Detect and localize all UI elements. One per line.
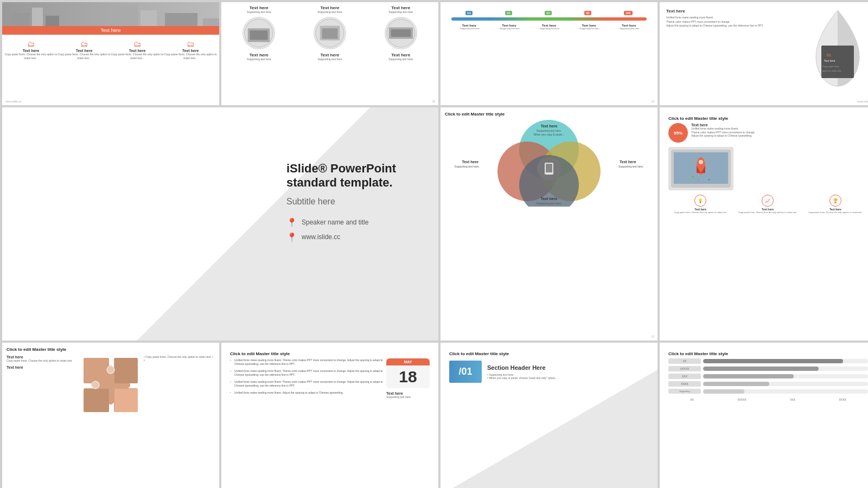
slide-main-website: www.islide.cc (302, 233, 340, 241)
slide10-bar-fill-0 (703, 359, 843, 363)
slide3-labels: Text here • Supporting text here Text he… (449, 24, 649, 30)
svg-rect-74 (114, 358, 138, 383)
slide1-icon-sub-1: Copy paste fonts. Choose the only option… (58, 53, 111, 60)
slide10-bar-fill-3 (703, 382, 769, 386)
slide-4: Text here Unified fonts make reading mor… (660, 2, 868, 105)
slide2-title-2: Text here Supporting text here (388, 5, 413, 14)
svg-text:Supporting text here.: Supporting text here. (618, 165, 643, 168)
slide-3: 1/1 2/1 3/1 9/1 10/1 Text here • Support… (441, 2, 658, 105)
slide2-footer: 16 (432, 100, 435, 103)
svg-point-77 (106, 381, 115, 389)
slide-9: Click to edit Master title style /01 Sec… (441, 343, 658, 488)
slide1-icon-sub-3: Copy paste fonts. Choose the only option… (164, 53, 217, 60)
svg-text:option to retain text.: option to retain text. (822, 69, 841, 72)
slide9-section-text: Section Header Here • Supporting text he… (487, 364, 556, 380)
slide10-bar-0: XX (668, 358, 868, 364)
slide2-circle-1 (314, 17, 346, 49)
slide10-bar-2: XXX (668, 374, 868, 379)
slide10-content: Click to edit Master title style XX XXXX… (664, 347, 868, 406)
slide8-layout: Unified fonts make reading more fluent. … (230, 358, 430, 399)
lightbulb-icon: 💡 (694, 195, 706, 207)
slide-7: Click to edit Master title style Text he… (2, 343, 219, 488)
slide5-venn-svg: Text here Supporting text here. When you… (445, 120, 653, 207)
slide4-footer: www.islide.cc (857, 100, 868, 103)
slide3-footer: 13 (651, 100, 654, 103)
slide4-layout: Text here Unified fonts make reading mor… (663, 5, 868, 102)
slide3-num-4: 10/1 (624, 11, 633, 15)
slide1-icon-2: 🗂 Text here Copy paste fonts. Choose the… (111, 39, 164, 60)
slide-main: PIZZA 2018 BUSINESS (2, 107, 438, 341)
slide2-labels: Text here Supporting text here Text here… (221, 52, 438, 62)
slide9-section-sub: • Supporting text here. • When you copy … (487, 373, 556, 380)
slide7-puzzle-area: Text here Copy paste fonts. Choose the o… (7, 355, 215, 415)
slide-6: Click to edit Master title style 95% Tex… (660, 107, 868, 341)
slide1-banner-text: Text here (2, 26, 219, 35)
slide8-content: Click to edit Master title style Unified… (226, 347, 434, 403)
slide9-content: Click to edit Master title style /01 Sec… (445, 347, 653, 387)
slide2-title-row: Text here Supporting text here Text here… (221, 2, 438, 15)
svg-text:Text here: Text here (620, 160, 636, 164)
svg-text:Text here: Text here (541, 124, 558, 128)
slide6-rocket-area: 95% Text here Unified fonts make reading… (668, 123, 868, 143)
svg-text:Text here: Text here (541, 197, 558, 201)
slide9-title: Click to edit Master title style (449, 351, 649, 356)
svg-point-70 (692, 176, 694, 178)
slide1-top-image: Text here (2, 2, 219, 35)
slide10-axis-labels: XX XXXXX XXX XXXX (668, 398, 868, 401)
slide9-num-badge: /01 (449, 361, 482, 383)
slide1-icon-sub-0: Copy paste fonts. Choose the only option… (4, 53, 58, 60)
slide1-icon-label-2: Text here (111, 49, 164, 53)
slide8-bullet-1: Unified fonts make reading more fluent. … (230, 369, 383, 377)
slide4-visual: 01 Text here Copy paste fonts... option … (808, 5, 868, 102)
slide1-icon-label-1: Text here (58, 49, 111, 53)
slide7-text-left: Text here Copy paste fonts. Choose the o… (7, 355, 78, 415)
slide-8: Click to edit Master title style Unified… (221, 343, 438, 488)
svg-point-69 (699, 160, 703, 164)
slide7-item-0: Text here Copy paste fonts. Choose the o… (7, 355, 78, 362)
slide8-text-title: Text here (386, 391, 430, 395)
svg-point-79 (92, 381, 99, 389)
slide3-label-1: Text here • Supporting text here (489, 24, 529, 30)
svg-text:Supporting text here.: Supporting text here. (537, 129, 561, 132)
slide8-bullet-3: Unified fonts make reading more fluent. … (230, 391, 383, 395)
slide2-label-0: Text here Supporting text here (247, 53, 271, 61)
slide10-bar-1: XXXXX (668, 366, 868, 371)
slide-main-subtitle: Subtitle here (286, 197, 427, 207)
slide6-illustration (668, 145, 868, 192)
slide2-title-0: Text here Supporting text here (247, 5, 271, 14)
slide8-right-col: MAY 18 Text here Supporting text here (386, 358, 430, 399)
slide6-tablet-svg (668, 147, 733, 190)
slide10-bar-4: Supporting (668, 389, 868, 394)
main-grid: Text here 🗂 Text here Copy paste fonts. … (0, 0, 868, 488)
slide6-icon-2: 🏆 Text here Copy paste fonts. Choose the… (808, 195, 862, 214)
slide6-percent-badge: 95% (668, 123, 688, 143)
slide10-bar-track-4 (703, 389, 868, 394)
slide3-num-0: 1/1 (465, 11, 473, 15)
svg-rect-73 (84, 358, 109, 383)
svg-text:Supporting text here.: Supporting text here. (537, 202, 561, 205)
slide3-num-row: 1/1 2/1 3/1 9/1 10/1 (449, 11, 649, 15)
svg-text:Supporting text here.: Supporting text here. (455, 165, 480, 168)
slide2-label-2: Text here Supporting text here (388, 53, 413, 61)
chart-icon: 📈 (762, 195, 774, 207)
slide8-text-right: Text here Supporting text here (386, 391, 430, 399)
slide2-label-1: Text here Supporting text here (317, 53, 342, 61)
slide8-bullets: Unified fonts make reading more fluent. … (230, 358, 383, 399)
slide7-text-right: • Copy paste fonts. Choose the only opti… (144, 355, 215, 415)
svg-rect-11 (250, 30, 268, 40)
slide6-bottom-icons: 💡 Text here Copy paste fonts. Choose the… (668, 195, 868, 214)
slide3-bar (451, 17, 647, 21)
svg-text:Text here: Text here (462, 160, 478, 164)
slide1-icon-1: 🗂 Text here Copy paste fonts. Choose the… (58, 39, 111, 60)
svg-text:When you copy & paste...: When you copy & paste... (534, 133, 565, 136)
slide6-rocket-text: Text here Unified fonts make reading mor… (691, 123, 868, 138)
slide6-icon-1: 📈 Text here Copy paste fonts. Choose fro… (738, 195, 797, 214)
slide1-icon-label-3: Text here (164, 49, 217, 53)
puzzle-svg (81, 355, 141, 415)
slide1-icon-sub-2: Copy paste fonts. Choose the only option… (111, 53, 164, 60)
svg-point-71 (709, 179, 710, 181)
slide2-circles (221, 15, 438, 52)
slide4-text: Text here Unified fonts make reading mor… (663, 5, 805, 102)
briefcase-icon-1: 🗂 (80, 40, 88, 48)
slide6-tablet (668, 147, 733, 190)
